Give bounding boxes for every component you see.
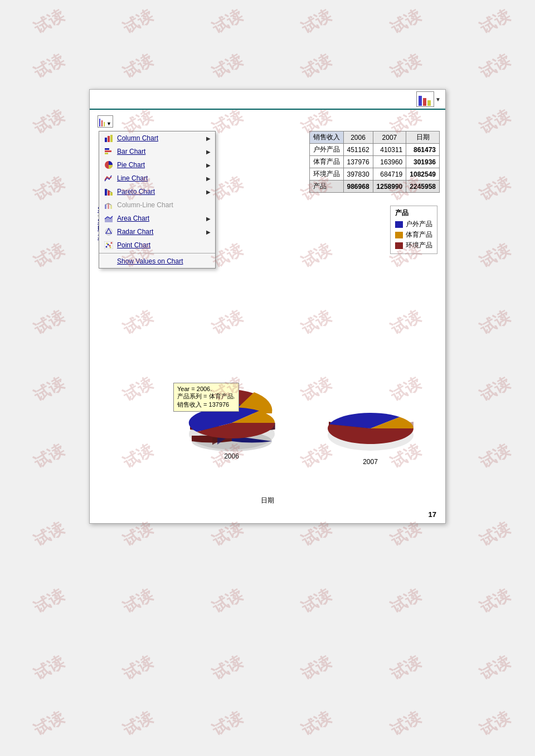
submenu-arrow5: ▶	[206, 189, 211, 195]
x-axis-label: 日期	[90, 496, 445, 505]
table-row: 环境产品 397830 684719 1082549	[309, 168, 439, 181]
radar-chart-icon	[104, 227, 114, 237]
svg-point-21	[111, 242, 113, 244]
inner-content: ▼ Column Chart ▶	[90, 111, 445, 523]
pie-2006-label: 2006	[224, 452, 239, 460]
menu-item-bar-chart[interactable]: Bar Chart ▶	[99, 145, 215, 158]
legend-label-sports: 体育产品	[406, 230, 432, 240]
pie-area: 2006 Year = 2006. 产品系列 = 体育产品. 销售收入 = 13…	[162, 345, 440, 490]
dropdown-arrow-icon[interactable]: ▼	[435, 96, 441, 103]
svg-rect-11	[108, 203, 109, 209]
cell-total-all: 2245958	[406, 181, 440, 193]
point-chart-icon	[104, 240, 114, 250]
chart-icon-top[interactable]	[416, 91, 434, 107]
total-row-label: 产品	[309, 181, 343, 193]
menu-item-pie-chart[interactable]: Pie Chart ▶	[99, 158, 215, 172]
cell-total-2007: 1258990	[373, 181, 406, 193]
small-dropdown-icon[interactable]: ▼	[106, 121, 111, 126]
bar-yellow	[427, 100, 431, 106]
menu-item-column-chart[interactable]: Column Chart ▶	[99, 131, 215, 145]
cell-outdoor-total: 861473	[406, 144, 440, 156]
page-number: 17	[429, 510, 436, 519]
svg-rect-7	[105, 189, 107, 196]
svg-rect-5	[105, 153, 108, 154]
pie-2007-svg	[323, 380, 418, 464]
line-chart-label: Line Chart	[117, 174, 206, 182]
svg-rect-12	[110, 205, 112, 209]
tooltip-line3: 销售收入 = 137976	[177, 401, 235, 409]
area-chart-label: Area Chart	[117, 214, 206, 222]
bar-blue	[419, 96, 422, 106]
submenu-arrow4: ▶	[206, 175, 211, 182]
legend-label-outdoor: 户外产品	[406, 220, 432, 229]
cell-env-2007: 684719	[373, 168, 406, 181]
svg-rect-9	[110, 192, 113, 196]
legend-title: 产品	[395, 208, 432, 218]
cell-sports-2006: 137976	[343, 156, 373, 168]
table-row: 户外产品 451162 410311 861473	[309, 144, 439, 156]
bar-chart-label: Bar Chart	[117, 148, 206, 155]
small-chart-icon[interactable]: ▼	[98, 115, 113, 128]
row-label-outdoor: 户外产品	[309, 144, 343, 156]
legend-color-env	[395, 242, 403, 249]
menu-item-radar-chart[interactable]: Radar Chart ▶	[99, 225, 215, 238]
top-bar: ▼	[90, 90, 445, 110]
radar-chart-label: Radar Chart	[117, 228, 206, 236]
legend-color-outdoor	[395, 221, 403, 228]
column-line-chart-icon	[104, 200, 114, 210]
table-header-2007: 2007	[373, 131, 406, 144]
submenu-arrow2: ▶	[206, 149, 211, 155]
svg-rect-10	[105, 204, 106, 209]
cell-env-2006: 397830	[343, 168, 373, 181]
pie-chart-icon	[104, 160, 114, 170]
pareto-chart-label: Pareto Chart	[117, 188, 206, 196]
legend-color-sports	[395, 232, 403, 238]
svg-rect-3	[105, 148, 109, 150]
show-values-label: Show Values on Chart	[117, 257, 211, 265]
data-table: 销售收入 2006 2007 日期 户外产品 451162 410311 861…	[309, 131, 440, 193]
column-chart-icon	[104, 133, 114, 143]
line-chart-icon	[104, 173, 114, 183]
svg-rect-2	[110, 135, 113, 142]
main-container: ▼ ▼ Column Chart ▶	[89, 89, 446, 524]
table-row: 体育产品 137976 163960 301936	[309, 156, 439, 168]
svg-rect-0	[105, 138, 107, 142]
pie-chart-label: Pie Chart	[117, 161, 206, 169]
column-chart-label: Column Chart	[117, 134, 206, 142]
show-values-icon	[104, 256, 114, 266]
menu-item-column-line-chart: Column-Line Chart	[99, 198, 215, 212]
svg-point-14	[105, 228, 112, 235]
table-header-2006: 2006	[343, 131, 373, 144]
tooltip-line1: Year = 2006.	[177, 386, 235, 392]
legend-item-env: 环境产品	[395, 241, 432, 250]
point-chart-label: Point Chart	[117, 241, 211, 249]
table-total-row: 产品 986968 1258990 2245958	[309, 181, 439, 193]
pie-2007-label: 2007	[363, 458, 378, 466]
menu-item-line-chart[interactable]: Line Chart ▶	[99, 172, 215, 185]
submenu-arrow6: ▶	[206, 216, 211, 222]
svg-point-22	[106, 243, 108, 245]
small-bar-r	[101, 120, 103, 126]
svg-point-23	[110, 247, 111, 248]
submenu-arrow7: ▶	[206, 229, 211, 235]
legend-item-outdoor: 户外产品	[395, 220, 432, 229]
tooltip-line2: 产品系列 = 体育产品.	[177, 392, 235, 401]
svg-point-20	[109, 245, 111, 247]
legend-item-sports: 体育产品	[395, 230, 432, 240]
menu-item-point-chart[interactable]: Point Chart	[99, 238, 215, 252]
small-bar-y	[104, 122, 105, 126]
bar-red	[423, 98, 426, 106]
submenu-arrow: ▶	[206, 135, 211, 142]
cell-sports-2007: 163960	[373, 156, 406, 168]
pareto-chart-icon	[104, 187, 114, 197]
legend: 产品 户外产品 体育产品 环境产品	[390, 206, 437, 254]
menu-item-pareto-chart[interactable]: Pareto Chart ▶	[99, 185, 215, 198]
small-bar-b	[99, 119, 100, 126]
submenu-arrow3: ▶	[206, 162, 211, 168]
row-label-sports: 体育产品	[309, 156, 343, 168]
menu-item-area-chart[interactable]: Area Chart ▶	[99, 212, 215, 225]
legend-label-env: 环境产品	[406, 241, 432, 250]
cell-total-2006: 986968	[343, 181, 373, 193]
menu-item-show-values[interactable]: Show Values on Chart	[99, 255, 215, 268]
column-line-chart-label: Column-Line Chart	[117, 201, 211, 209]
